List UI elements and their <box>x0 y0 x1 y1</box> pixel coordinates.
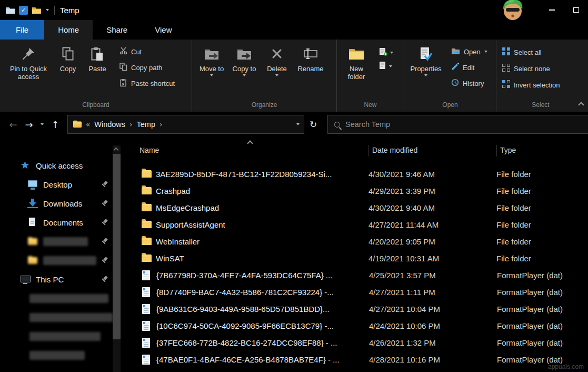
properties-quick-icon[interactable]: ✓ <box>19 6 28 15</box>
properties-button[interactable]: Properties <box>407 42 444 76</box>
new-folder-button[interactable]: New folder <box>340 42 373 81</box>
file-row[interactable]: {7B67798D-370A-4FE7-A4FA-593DC64C75FA} .… <box>124 267 588 283</box>
minimize-button[interactable] <box>540 0 564 20</box>
invert-selection-button[interactable]: Invert selection <box>500 77 562 92</box>
file-type: FormatPlayer (dat) <box>497 288 588 297</box>
paste-button[interactable]: Paste <box>82 42 113 73</box>
file-icon <box>142 287 150 297</box>
copy-to-button[interactable]: Copy to <box>228 42 261 76</box>
column-header-name[interactable]: Name <box>124 146 372 154</box>
move-to-button[interactable]: Move to <box>195 42 228 76</box>
column-header-type[interactable]: Type <box>500 146 588 154</box>
properties-icon <box>420 45 432 63</box>
pin-to-quick-access-button[interactable]: Pin to Quick access <box>3 42 54 81</box>
file-type: FormatPlayer (dat) <box>497 338 588 347</box>
open-button[interactable]: Open <box>449 44 490 60</box>
chevron-down-icon <box>210 74 213 76</box>
button-label: History <box>463 80 484 87</box>
quick-access-toolbar-chevron-icon[interactable] <box>46 9 49 11</box>
scrollbar-thumb[interactable] <box>113 154 121 339</box>
button-label: Copy path <box>131 64 162 72</box>
pin-icon <box>102 238 108 244</box>
file-date: 4/19/2021 10:31 AM <box>368 254 496 263</box>
file-row[interactable]: WinSAT4/19/2021 10:31 AMFile folder <box>124 250 588 267</box>
sidebar-item-quick-access[interactable]: Quick access <box>0 156 124 175</box>
breadcrumb-separator[interactable]: › <box>126 120 135 129</box>
cut-button[interactable]: Cut <box>117 44 177 60</box>
file-name: MsEdgeCrashpad <box>156 203 368 212</box>
select-none-button[interactable]: Select none <box>500 61 553 76</box>
documents-icon <box>27 218 38 227</box>
refresh-button[interactable]: ↻ <box>304 119 322 130</box>
recent-locations-chevron-icon[interactable] <box>37 123 47 125</box>
forward-button[interactable]: → <box>21 119 37 130</box>
site-watermark: appuals.com <box>548 363 584 370</box>
sidebar-item-documents[interactable]: Documents <box>0 213 124 232</box>
copy-button[interactable]: Copy <box>54 42 82 73</box>
select-all-button[interactable]: Select all <box>500 45 544 60</box>
sidebar-item-redacted[interactable] <box>0 251 124 270</box>
edit-button[interactable]: Edit <box>449 60 490 75</box>
rename-button[interactable]: Rename <box>293 42 328 73</box>
file-name: 3AE2895D-85DF-4871-BC12-1F22D8059234-Si.… <box>156 170 368 179</box>
copy-to-icon <box>237 45 252 63</box>
file-row[interactable]: MsEdgeCrashpad4/30/2021 9:40 AMFile fold… <box>124 199 588 216</box>
breadcrumb-temp[interactable]: Temp <box>136 120 156 129</box>
file-row[interactable]: SupportAssistAgent4/27/2021 11:44 AMFile… <box>124 216 588 233</box>
column-header-date-modified[interactable]: Date modified <box>372 146 500 154</box>
tab-home[interactable]: Home <box>44 20 93 40</box>
sidebar-item-this-pc[interactable]: This PC <box>0 270 124 289</box>
maximize-button[interactable] <box>564 0 588 20</box>
sidebar-item-redacted[interactable] <box>0 327 124 346</box>
history-button[interactable]: History <box>449 75 490 91</box>
tab-view[interactable]: View <box>141 20 185 40</box>
delete-button[interactable]: Delete <box>261 42 293 76</box>
file-date: 4/25/2021 3:57 PM <box>369 271 497 280</box>
ribbon: Pin to Quick access Copy Paste <box>0 40 588 112</box>
sidebar-item-desktop[interactable]: Desktop <box>0 175 124 194</box>
breadcrumb-overflow[interactable]: « <box>83 120 93 129</box>
file-row[interactable]: Crashpad4/29/2021 3:39 PMFile folder <box>124 182 588 199</box>
search-input[interactable] <box>345 120 582 129</box>
new-item-button[interactable] <box>377 46 395 60</box>
file-type: File folder <box>496 237 588 246</box>
sidebar-list: Quick accessDesktopDownloadsDocumentsThi… <box>0 156 124 365</box>
chevron-down-icon <box>275 74 278 76</box>
sidebar-item-redacted[interactable] <box>0 308 124 327</box>
file-row[interactable]: {8D7740F9-BAC7-4A32-B586-781C2CF93224} -… <box>124 283 588 300</box>
tab-file[interactable]: File <box>0 20 44 40</box>
scroll-up-icon[interactable] <box>114 148 119 153</box>
file-row[interactable]: {10C6C974-50CA-4092-9085-9F66ECB13C79} -… <box>124 317 588 334</box>
file-name: {10C6C974-50CA-4092-9085-9F66ECB13C79} -… <box>156 321 369 330</box>
sidebar-item-downloads[interactable]: Downloads <box>0 194 124 213</box>
button-label: Copy to <box>233 65 256 73</box>
folder-quick-icon[interactable] <box>32 6 42 14</box>
file-row[interactable]: {9AB631C6-9403-449A-9588-65D57D851BDD}..… <box>124 300 588 317</box>
explorer-window-icon[interactable] <box>5 6 15 14</box>
address-box[interactable]: « Windows › Temp › <box>67 115 304 134</box>
file-date: 4/26/2021 1:32 PM <box>369 338 497 347</box>
tab-share[interactable]: Share <box>93 20 141 40</box>
history-icon <box>451 79 459 88</box>
file-date: 4/20/2021 9:05 PM <box>368 237 496 246</box>
breadcrumb-windows[interactable]: Windows <box>93 120 126 129</box>
easy-access-button[interactable] <box>377 60 395 73</box>
file-icon <box>142 338 150 348</box>
copy-path-button[interactable]: Copy path <box>117 60 177 75</box>
breadcrumb-separator[interactable]: › <box>156 120 165 129</box>
group-label-new: New <box>337 97 404 112</box>
chevron-down-icon <box>389 65 392 67</box>
back-button[interactable]: ← <box>5 119 21 130</box>
file-row[interactable]: 3AE2895D-85DF-4871-BC12-1F22D8059234-Si.… <box>124 165 588 182</box>
address-history-chevron-icon[interactable] <box>296 123 300 125</box>
file-row[interactable]: {37FEC668-772B-4822-BC16-274DCC98EF88} -… <box>124 334 588 351</box>
paste-shortcut-button[interactable]: Paste shortcut <box>117 75 177 91</box>
file-row[interactable]: {47BAE0F1-4BAF-46CE-A256-B4878BAB7E4F} -… <box>124 351 588 368</box>
sidebar-item-redacted[interactable] <box>0 232 124 251</box>
sidebar-item-redacted[interactable] <box>0 289 124 308</box>
paste-shortcut-icon <box>119 79 127 89</box>
sidebar-scrollbar[interactable] <box>113 145 121 372</box>
up-button[interactable]: ↑ <box>47 119 63 130</box>
sidebar-item-redacted[interactable] <box>0 346 124 365</box>
file-row[interactable]: WebInstaller4/20/2021 9:05 PMFile folder <box>124 233 588 250</box>
